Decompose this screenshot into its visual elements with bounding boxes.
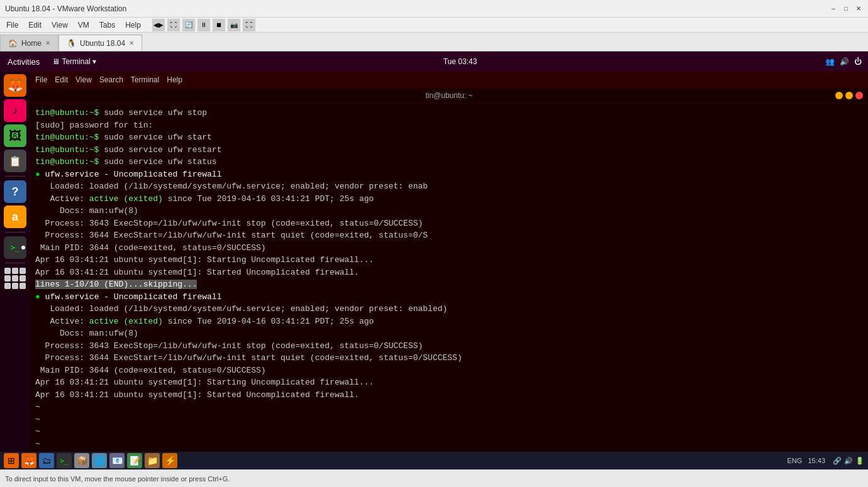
terminal-line: ● ufw.service - Uncomplicated firewall <box>35 291 863 304</box>
taskbar-icon-6[interactable]: 🌐 <box>92 453 107 468</box>
tab-home[interactable]: 🏠 Home ✕ <box>0 35 58 51</box>
menu-edit[interactable]: Edit <box>25 19 45 31</box>
toolbar-icon-stop[interactable]: ⏹ <box>213 19 225 31</box>
taskbar-icon-5[interactable]: 📦 <box>74 453 89 468</box>
toolbar-icon-2[interactable]: ⛶ <box>167 19 180 31</box>
menu-file[interactable]: File <box>3 19 22 31</box>
terminal-menu-file[interactable]: File <box>35 75 47 84</box>
dock-terminal[interactable]: >_ <box>4 236 26 259</box>
taskbar-icon-8[interactable]: 📝 <box>127 453 142 468</box>
taskbar-icon-9[interactable]: 📁 <box>145 453 160 468</box>
terminal-menu-view[interactable]: View <box>75 75 92 84</box>
terminal-line: Main PID: 3644 (code=exited, status=0/SU… <box>35 242 863 254</box>
dock-amazon[interactable]: a <box>4 205 26 228</box>
notes-icon[interactable]: 📋 <box>4 150 26 172</box>
vmware-statusbar: To direct input to this VM, move the mou… <box>0 469 868 487</box>
shotwell-icon[interactable]: 🖼 <box>4 124 26 147</box>
toolbar-icon-fullscreen[interactable]: ⛶ <box>243 19 255 31</box>
menu-view[interactable]: View <box>48 19 72 31</box>
terminal-line: Apr 16 03:41:21 ubuntu systemd[1]: Start… <box>35 389 863 402</box>
sys-icons: 👥 🔊 ⏻ <box>819 57 868 66</box>
terminal-menu-edit[interactable]: Edit <box>55 75 68 84</box>
menu-vm[interactable]: VM <box>74 19 93 31</box>
tab-ubuntu-label: Ubuntu 18.04 <box>80 39 125 48</box>
terminal-menu-search[interactable]: Search <box>99 75 123 84</box>
tab-ubuntu[interactable]: 🐧 Ubuntu 18.04 ✕ <box>58 35 142 51</box>
vmware-title: Ubuntu 18.04 - VMware Workstation <box>5 4 126 13</box>
terminal-minimize-btn[interactable] <box>835 92 843 99</box>
toolbar-icon-1[interactable]: ◀▶ <box>152 19 165 31</box>
toolbar-icon-3[interactable]: 🔄 <box>182 19 195 31</box>
terminal-line: lines 1-10/10 (END)...skipping... <box>35 278 863 291</box>
terminal-line: Apr 16 03:41:21 ubuntu systemd[1]: Start… <box>35 254 863 266</box>
terminal-body[interactable]: tin@ubuntu:~$ sudo service ufw stop[sudo… <box>30 103 868 452</box>
terminal-close-btn[interactable] <box>855 92 863 99</box>
vm-body: Activities 🖥 Terminal ▾ Tue 03:43 👥 🔊 ⏻ … <box>0 52 868 469</box>
close-button[interactable]: ✕ <box>854 4 863 13</box>
dock-active-indicator <box>21 246 25 249</box>
toolbar-icon-snapshot[interactable]: 📷 <box>228 19 240 31</box>
terminal-line: ~ <box>35 438 863 451</box>
tab-bar: 🏠 Home ✕ 🐧 Ubuntu 18.04 ✕ <box>0 33 868 52</box>
tab-ubuntu-close[interactable]: ✕ <box>129 40 134 47</box>
power-icon[interactable]: ⏻ <box>854 57 862 66</box>
apps-grid-icon <box>4 267 26 290</box>
terminal-menu[interactable]: 🖥 Terminal ▾ <box>47 57 101 66</box>
dock-shotwell[interactable]: 🖼 <box>4 124 26 147</box>
taskbar-icon-7[interactable]: 📧 <box>109 453 125 468</box>
taskbar-clock-time: 15:43 <box>808 457 825 464</box>
activities-button[interactable]: Activities <box>0 57 47 67</box>
dock-help[interactable]: ? <box>4 180 26 203</box>
terminal-line: ~ <box>35 413 863 426</box>
terminal-title: tin@ubuntu: ~ <box>425 91 472 100</box>
window-controls: – □ ✕ <box>829 4 863 13</box>
terminal-line: [sudo] password for tin: <box>35 119 863 132</box>
taskbar-sys-icons: 🔗 🔊 🔋 <box>833 457 864 465</box>
terminal-line: tin@ubuntu:~$ sudo service ufw stop <box>35 107 863 119</box>
terminal-line: Main PID: 3644 (code=exited, status=0/SU… <box>35 364 863 377</box>
terminal-menu-terminal[interactable]: Terminal <box>131 75 159 84</box>
taskbar-icon-10[interactable]: ⚡ <box>162 453 177 468</box>
rhythmbox-icon[interactable]: ♪ <box>4 99 26 122</box>
taskbar-term2[interactable]: >_ <box>57 453 72 468</box>
apps-grid-button[interactable] <box>4 267 26 290</box>
taskbar-firefox[interactable]: 🦊 <box>21 453 36 468</box>
tab-home-label: Home <box>21 39 42 48</box>
menu-tabs[interactable]: Tabs <box>96 19 119 31</box>
maximize-button[interactable]: □ <box>842 4 850 13</box>
help-icon[interactable]: ? <box>4 180 26 203</box>
taskbar-start[interactable]: ⊞ <box>4 453 19 468</box>
terminal-line: Apr 16 03:41:21 ubuntu systemd[1]: Start… <box>35 376 863 389</box>
terminal-menu-help[interactable]: Help <box>167 75 182 84</box>
menu-help[interactable]: Help <box>121 19 145 31</box>
terminal-line: Process: 3644 ExecStart=/lib/ufw/ufw-ini… <box>35 229 863 242</box>
terminal-title-bar: tin@ubuntu: ~ <box>30 88 868 103</box>
taskbar-time: ENG 15:43 <box>782 457 830 464</box>
amazon-icon[interactable]: a <box>4 205 26 228</box>
volume-icon[interactable]: 🔊 <box>840 57 849 66</box>
terminal-line: Apr 16 03:41:21 ubuntu systemd[1]: Start… <box>35 266 863 279</box>
terminal-line: Loaded: loaded (/lib/systemd/system/ufw.… <box>35 180 863 193</box>
terminal-label: 🖥 Terminal ▾ <box>52 57 96 66</box>
terminal-line: Active: active (exited) since Tue 2019-0… <box>35 315 863 328</box>
terminal-line: Process: 3643 ExecStop=/lib/ufw/ufw-init… <box>35 217 863 230</box>
terminal-line: Docs: man:ufw(8) <box>35 205 863 217</box>
terminal-line: tin@ubuntu:~$ sudo service ufw status <box>35 156 863 168</box>
toolbar-icon-pause[interactable]: ⏸ <box>198 19 210 31</box>
terminal-restore-btn[interactable] <box>845 92 853 99</box>
dock-rhythmbox[interactable]: ♪ <box>4 99 26 122</box>
status-message: To direct input to this VM, move the mou… <box>5 475 230 483</box>
minimize-button[interactable]: – <box>829 4 838 13</box>
dock-separator <box>5 176 25 177</box>
ubuntu-workspace: 🦊 ♪ 🖼 📋 ? a >_ <box>0 72 868 452</box>
taskbar-lang: ENG <box>787 457 802 464</box>
dock-firefox[interactable]: 🦊 <box>4 74 26 97</box>
dock-notes[interactable]: 📋 <box>4 150 26 172</box>
firefox-icon[interactable]: 🦊 <box>4 74 26 97</box>
taskbar-files[interactable]: 🗂 <box>39 453 54 468</box>
dock-separator-2 <box>5 232 25 233</box>
terminal-line: ~ <box>35 401 863 413</box>
taskbar-network-icon: 🔗 <box>833 457 842 465</box>
tab-home-close[interactable]: ✕ <box>45 40 50 47</box>
taskbar-volume-icon: 🔊 <box>844 457 853 465</box>
